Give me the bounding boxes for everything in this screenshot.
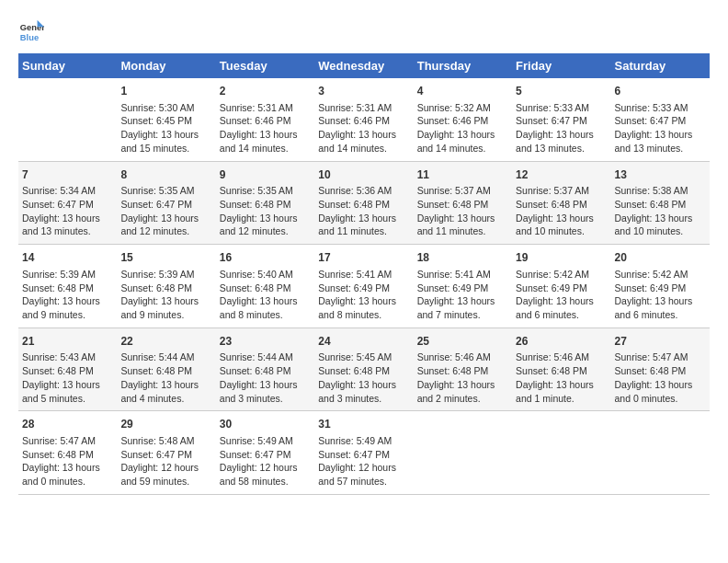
day-info: Sunrise: 5:36 AM Sunset: 6:48 PM Dayligh… bbox=[318, 184, 409, 238]
weekday-header-monday: Monday bbox=[117, 53, 215, 78]
calendar-cell bbox=[611, 411, 710, 495]
day-info: Sunrise: 5:34 AM Sunset: 6:47 PM Dayligh… bbox=[22, 184, 113, 238]
calendar-cell: 28Sunrise: 5:47 AM Sunset: 6:48 PM Dayli… bbox=[18, 411, 117, 495]
day-number: 11 bbox=[417, 167, 508, 183]
calendar-cell: 18Sunrise: 5:41 AM Sunset: 6:49 PM Dayli… bbox=[414, 245, 512, 328]
day-info: Sunrise: 5:41 AM Sunset: 6:49 PM Dayligh… bbox=[417, 268, 508, 322]
weekday-header-wednesday: Wednesday bbox=[314, 53, 413, 78]
logo: General Blue bbox=[18, 18, 48, 44]
calendar-cell: 15Sunrise: 5:39 AM Sunset: 6:48 PM Dayli… bbox=[117, 245, 215, 328]
day-number: 6 bbox=[615, 84, 706, 99]
weekday-header-row: SundayMondayTuesdayWednesdayThursdayFrid… bbox=[18, 53, 710, 78]
day-info: Sunrise: 5:40 AM Sunset: 6:48 PM Dayligh… bbox=[220, 268, 311, 322]
day-number: 18 bbox=[417, 250, 508, 266]
calendar-cell: 12Sunrise: 5:37 AM Sunset: 6:48 PM Dayli… bbox=[512, 161, 610, 245]
day-info: Sunrise: 5:39 AM Sunset: 6:48 PM Dayligh… bbox=[22, 268, 113, 322]
calendar-cell: 14Sunrise: 5:39 AM Sunset: 6:48 PM Dayli… bbox=[18, 245, 117, 328]
day-number: 17 bbox=[318, 250, 409, 266]
day-number: 13 bbox=[615, 167, 706, 183]
calendar-cell: 25Sunrise: 5:46 AM Sunset: 6:48 PM Dayli… bbox=[414, 327, 512, 411]
week-row-5: 28Sunrise: 5:47 AM Sunset: 6:48 PM Dayli… bbox=[18, 411, 710, 495]
day-number: 1 bbox=[120, 84, 211, 99]
day-number: 12 bbox=[516, 167, 607, 183]
calendar-cell: 30Sunrise: 5:49 AM Sunset: 6:47 PM Dayli… bbox=[216, 411, 314, 495]
calendar-cell: 10Sunrise: 5:36 AM Sunset: 6:48 PM Dayli… bbox=[314, 161, 413, 245]
week-row-1: 1Sunrise: 5:30 AM Sunset: 6:45 PM Daylig… bbox=[18, 78, 710, 161]
calendar-cell bbox=[18, 78, 117, 161]
calendar-cell bbox=[414, 411, 512, 495]
day-info: Sunrise: 5:44 AM Sunset: 6:48 PM Dayligh… bbox=[120, 350, 211, 405]
weekday-header-sunday: Sunday bbox=[18, 53, 117, 78]
day-info: Sunrise: 5:46 AM Sunset: 6:48 PM Dayligh… bbox=[516, 350, 607, 405]
week-row-4: 21Sunrise: 5:43 AM Sunset: 6:48 PM Dayli… bbox=[18, 327, 710, 411]
day-number: 24 bbox=[318, 334, 409, 350]
day-number: 27 bbox=[615, 334, 706, 350]
day-number: 20 bbox=[615, 250, 706, 266]
day-number: 25 bbox=[417, 334, 508, 350]
calendar-cell: 22Sunrise: 5:44 AM Sunset: 6:48 PM Dayli… bbox=[117, 327, 215, 411]
day-number: 7 bbox=[22, 167, 113, 183]
day-number: 10 bbox=[318, 167, 409, 183]
calendar-cell: 1Sunrise: 5:30 AM Sunset: 6:45 PM Daylig… bbox=[117, 78, 215, 161]
calendar-cell: 3Sunrise: 5:31 AM Sunset: 6:46 PM Daylig… bbox=[314, 78, 413, 161]
day-info: Sunrise: 5:48 AM Sunset: 6:47 PM Dayligh… bbox=[120, 434, 211, 488]
day-number: 14 bbox=[22, 250, 113, 266]
calendar-cell: 31Sunrise: 5:49 AM Sunset: 6:47 PM Dayli… bbox=[314, 411, 413, 495]
logo-icon: General Blue bbox=[18, 18, 44, 44]
day-number: 19 bbox=[516, 250, 607, 266]
day-number: 8 bbox=[120, 167, 211, 183]
day-info: Sunrise: 5:30 AM Sunset: 6:45 PM Dayligh… bbox=[120, 101, 211, 155]
day-number: 15 bbox=[120, 250, 211, 266]
day-number: 16 bbox=[220, 250, 311, 266]
svg-text:Blue: Blue bbox=[20, 33, 39, 42]
day-info: Sunrise: 5:33 AM Sunset: 6:47 PM Dayligh… bbox=[516, 101, 607, 155]
calendar-cell: 13Sunrise: 5:38 AM Sunset: 6:48 PM Dayli… bbox=[611, 161, 710, 245]
calendar-cell: 9Sunrise: 5:35 AM Sunset: 6:48 PM Daylig… bbox=[216, 161, 314, 245]
day-info: Sunrise: 5:49 AM Sunset: 6:47 PM Dayligh… bbox=[318, 434, 409, 488]
calendar-cell: 27Sunrise: 5:47 AM Sunset: 6:48 PM Dayli… bbox=[611, 327, 710, 411]
day-info: Sunrise: 5:39 AM Sunset: 6:48 PM Dayligh… bbox=[120, 268, 211, 322]
calendar-cell: 5Sunrise: 5:33 AM Sunset: 6:47 PM Daylig… bbox=[512, 78, 610, 161]
week-row-2: 7Sunrise: 5:34 AM Sunset: 6:47 PM Daylig… bbox=[18, 161, 710, 245]
weekday-header-thursday: Thursday bbox=[414, 53, 512, 78]
day-info: Sunrise: 5:42 AM Sunset: 6:49 PM Dayligh… bbox=[516, 268, 607, 322]
weekday-header-saturday: Saturday bbox=[611, 53, 710, 78]
day-info: Sunrise: 5:47 AM Sunset: 6:48 PM Dayligh… bbox=[615, 350, 706, 405]
day-info: Sunrise: 5:38 AM Sunset: 6:48 PM Dayligh… bbox=[615, 184, 706, 238]
calendar-cell: 4Sunrise: 5:32 AM Sunset: 6:46 PM Daylig… bbox=[414, 78, 512, 161]
calendar-cell: 24Sunrise: 5:45 AM Sunset: 6:48 PM Dayli… bbox=[314, 327, 413, 411]
week-row-3: 14Sunrise: 5:39 AM Sunset: 6:48 PM Dayli… bbox=[18, 245, 710, 328]
day-info: Sunrise: 5:33 AM Sunset: 6:47 PM Dayligh… bbox=[615, 101, 706, 155]
calendar-cell: 26Sunrise: 5:46 AM Sunset: 6:48 PM Dayli… bbox=[512, 327, 610, 411]
day-info: Sunrise: 5:37 AM Sunset: 6:48 PM Dayligh… bbox=[417, 184, 508, 238]
day-info: Sunrise: 5:45 AM Sunset: 6:48 PM Dayligh… bbox=[318, 350, 409, 405]
calendar-cell: 21Sunrise: 5:43 AM Sunset: 6:48 PM Dayli… bbox=[18, 327, 117, 411]
header: General Blue bbox=[18, 18, 710, 44]
day-number: 4 bbox=[417, 84, 508, 99]
day-number: 21 bbox=[22, 334, 113, 350]
day-number: 23 bbox=[220, 334, 311, 350]
day-info: Sunrise: 5:49 AM Sunset: 6:47 PM Dayligh… bbox=[220, 434, 311, 488]
calendar-cell: 29Sunrise: 5:48 AM Sunset: 6:47 PM Dayli… bbox=[117, 411, 215, 495]
weekday-header-tuesday: Tuesday bbox=[216, 53, 314, 78]
day-info: Sunrise: 5:44 AM Sunset: 6:48 PM Dayligh… bbox=[220, 350, 311, 405]
calendar-cell: 6Sunrise: 5:33 AM Sunset: 6:47 PM Daylig… bbox=[611, 78, 710, 161]
day-info: Sunrise: 5:31 AM Sunset: 6:46 PM Dayligh… bbox=[318, 101, 409, 155]
day-info: Sunrise: 5:47 AM Sunset: 6:48 PM Dayligh… bbox=[22, 434, 113, 488]
day-info: Sunrise: 5:31 AM Sunset: 6:46 PM Dayligh… bbox=[220, 101, 311, 155]
day-info: Sunrise: 5:37 AM Sunset: 6:48 PM Dayligh… bbox=[516, 184, 607, 238]
day-number: 9 bbox=[220, 167, 311, 183]
day-info: Sunrise: 5:41 AM Sunset: 6:49 PM Dayligh… bbox=[318, 268, 409, 322]
day-info: Sunrise: 5:42 AM Sunset: 6:49 PM Dayligh… bbox=[615, 268, 706, 322]
calendar-table: SundayMondayTuesdayWednesdayThursdayFrid… bbox=[18, 53, 710, 495]
calendar-cell: 2Sunrise: 5:31 AM Sunset: 6:46 PM Daylig… bbox=[216, 78, 314, 161]
day-number: 5 bbox=[516, 84, 607, 99]
day-info: Sunrise: 5:43 AM Sunset: 6:48 PM Dayligh… bbox=[22, 350, 113, 405]
calendar-cell: 7Sunrise: 5:34 AM Sunset: 6:47 PM Daylig… bbox=[18, 161, 117, 245]
day-info: Sunrise: 5:32 AM Sunset: 6:46 PM Dayligh… bbox=[417, 101, 508, 155]
day-number: 29 bbox=[120, 417, 211, 432]
day-info: Sunrise: 5:35 AM Sunset: 6:48 PM Dayligh… bbox=[220, 184, 311, 238]
day-number: 2 bbox=[220, 84, 311, 99]
day-number: 28 bbox=[22, 417, 113, 432]
day-number: 31 bbox=[318, 417, 409, 432]
